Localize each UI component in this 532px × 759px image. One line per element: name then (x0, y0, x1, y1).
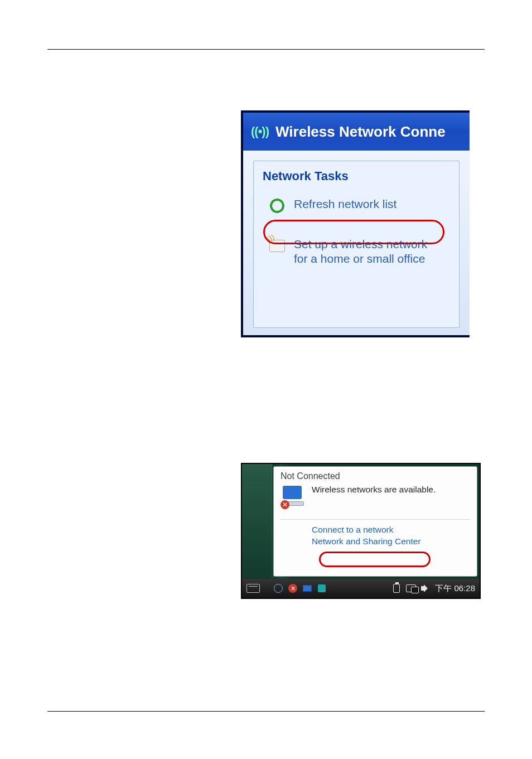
setup-label: Set up a wireless network for a home or … (294, 237, 427, 267)
network-tooltip: Not Connected ✕ Wireless networks are av… (273, 466, 477, 577)
footer-rule (47, 711, 485, 712)
refresh-label: Refresh network list (294, 197, 396, 211)
taskbar-clock[interactable]: 下午 06:28 (435, 583, 475, 594)
winxp-wireless-window: ((•)) Wireless Network Conne Network Tas… (241, 110, 470, 337)
setup-label-line1: Set up a wireless network (294, 238, 427, 250)
document-page: ((•)) Wireless Network Conne Network Tas… (0, 0, 532, 759)
window-titlebar: ((•)) Wireless Network Conne (243, 113, 470, 151)
disconnected-badge-icon: ✕ (280, 500, 289, 509)
network-tray-icon[interactable] (406, 583, 416, 593)
window-body: Network Tasks Refresh network list Set u… (243, 151, 470, 337)
setup-network-icon (268, 237, 286, 255)
refresh-icon (268, 197, 286, 215)
keyboard-icon[interactable] (246, 584, 260, 593)
vista-network-popup: Not Connected ✕ Wireless networks are av… (241, 463, 481, 599)
tray-error-icon[interactable]: ✕ (288, 583, 298, 593)
network-sharing-center-link[interactable]: Network and Sharing Center (312, 536, 470, 548)
tray-app-icon[interactable] (302, 583, 312, 593)
network-tasks-panel: Network Tasks Refresh network list Set u… (253, 161, 460, 328)
volume-icon[interactable] (420, 583, 431, 593)
wireless-icon: ((•)) (251, 124, 269, 139)
tooltip-links: Connect to a network Network and Sharing… (280, 524, 470, 548)
battery-icon[interactable] (391, 583, 402, 593)
tray-app2-icon[interactable] (317, 583, 327, 593)
header-rule (47, 49, 485, 50)
connect-to-network-link[interactable]: Connect to a network (312, 524, 470, 536)
vista-sidebar-strip (242, 464, 272, 579)
window-title-text: Wireless Network Conne (275, 123, 446, 141)
not-connected-title: Not Connected (280, 471, 470, 481)
tray-globe-icon[interactable] (273, 583, 283, 593)
setup-wireless-network[interactable]: Set up a wireless network for a home or … (254, 234, 459, 270)
tooltip-divider (280, 519, 470, 520)
networks-available-text: Wireless networks are available. (312, 485, 436, 495)
refresh-network-list[interactable]: Refresh network list (254, 194, 459, 218)
panel-title: Network Tasks (254, 161, 459, 194)
setup-label-line2: for a home or small office (294, 252, 425, 265)
network-status-icon: ✕ (280, 485, 305, 509)
taskbar: ✕ 下午 06:28 (242, 579, 480, 598)
